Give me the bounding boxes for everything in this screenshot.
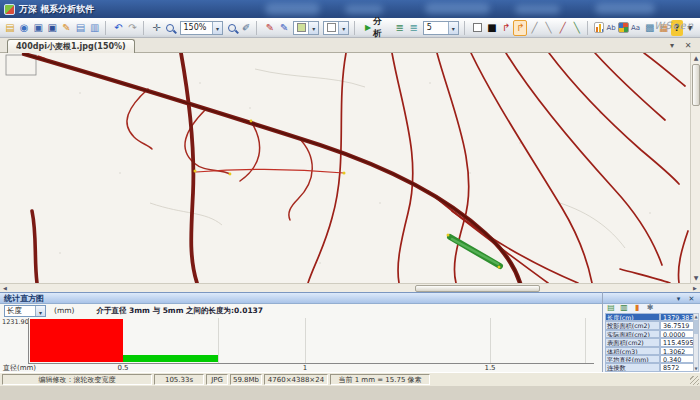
settings-gear-icon[interactable]: ✱	[645, 303, 655, 312]
titlebar-blur-artifact	[425, 3, 490, 14]
undo-icon[interactable]: ↶	[111, 20, 125, 36]
horizontal-scroll-thumb[interactable]	[415, 285, 540, 292]
toolbar-separator	[256, 21, 261, 35]
analyze-button[interactable]: ▶分析	[362, 20, 392, 36]
stats-row[interactable]: 长度(cm)1379.383	[605, 313, 694, 321]
status-segment: 4760×4388×24	[264, 374, 328, 385]
pen-tool-icon-1[interactable]: ╱	[527, 20, 541, 36]
stats-row-value: 115.4595	[660, 338, 694, 346]
stats-row-label: 体积(cm3)	[605, 347, 660, 355]
vertical-scroll-thumb[interactable]	[692, 64, 700, 106]
stats-row[interactable]: 连接数8572	[605, 363, 694, 371]
acquire-image-icon[interactable]: ◉	[17, 20, 31, 36]
stats-row-value: 1379.383	[660, 313, 694, 321]
brand-logo: WSeen	[654, 20, 694, 31]
save-icon[interactable]: ▣	[31, 20, 45, 36]
save-all-icon[interactable]: ▣	[45, 20, 59, 36]
stats-table: 长度(cm)1379.383投影面积(cm2)36.7519实际面积(cm2)0…	[605, 313, 694, 372]
resize-grip[interactable]	[690, 376, 699, 385]
combo-dropdown-icon[interactable]: ▾	[448, 22, 458, 34]
text-aa-icon[interactable]: Aa	[629, 20, 643, 36]
pan-hand-icon[interactable]: ✛	[149, 20, 163, 36]
zoom-tool-icon-glyph	[166, 24, 174, 32]
play-icon: ▶	[365, 23, 371, 32]
route-arrow-orange-icon[interactable]: ↱	[513, 20, 527, 36]
zoom-window-icon[interactable]	[225, 20, 239, 36]
window-title: 万深 根系分析软件	[19, 3, 94, 16]
color-swatch	[297, 23, 306, 32]
histogram-controls: 长度 ▾ (mm) 介于直径 3mm 与 5mm 之间的长度为:0.0137	[0, 304, 602, 317]
stats-row-label: 连接数	[605, 363, 660, 371]
pen-tool-icon-4[interactable]: ╲	[570, 20, 584, 36]
histogram-area: 长度 ▾ (mm) 介于直径 3mm 与 5mm 之间的长度为:0.0137 1…	[0, 304, 602, 372]
status-segment: 当前 1 mm = 15.75 像素	[330, 374, 430, 385]
stats-toolbar: ▤▥▮✱	[606, 303, 655, 312]
histogram-mode-value: 长度	[5, 306, 35, 316]
mark-checkbox[interactable]	[473, 23, 482, 32]
count-combo-value: 5	[427, 23, 448, 32]
fill-color-combo[interactable]: ▾	[293, 21, 319, 35]
stats-scroll-down-icon[interactable]: ▼	[694, 366, 698, 371]
histogram-mode-combo[interactable]: 长度 ▾	[4, 305, 46, 317]
stats-panel: ▤▥▮✱ 长度(cm)1379.383投影面积(cm2)36.7519实际面积(…	[603, 304, 700, 372]
cjk-tool-icon-1[interactable]: ≣	[393, 20, 407, 36]
route-arrow-red-icon[interactable]: ↱	[499, 20, 513, 36]
titlebar-blur-artifact	[515, 5, 560, 14]
scroll-up-icon[interactable]: ▲	[691, 53, 700, 63]
zoom-tool-icon[interactable]	[163, 20, 177, 36]
pen-tool-icon-3[interactable]: ╱	[556, 20, 570, 36]
bar-chart-icon[interactable]	[594, 22, 604, 33]
close-panel-icon[interactable]: ✕	[686, 294, 697, 304]
combo-dropdown-icon[interactable]: ▾	[212, 22, 222, 34]
pin-panel-icon[interactable]: ▾	[673, 294, 684, 304]
combo-dropdown-icon[interactable]: ▾	[338, 22, 348, 34]
histogram-panel-header[interactable]: 统计直方图 ▾ ✕	[0, 292, 700, 304]
image-viewport[interactable]: ▲ ▼	[0, 53, 700, 283]
stats-scrollbar[interactable]: ▲ ▼	[693, 313, 699, 372]
vertical-scrollbar[interactable]: ▲ ▼	[690, 53, 700, 283]
mark-red-pen-icon[interactable]: ✎	[263, 20, 277, 36]
stats-scroll-up-icon[interactable]: ▲	[694, 314, 698, 319]
open-folder-icon[interactable]: ▤	[3, 20, 17, 36]
edit-pencil-icon[interactable]: ✎	[59, 20, 73, 36]
histogram-bar	[123, 355, 218, 362]
redo-icon[interactable]: ↷	[126, 20, 140, 36]
cjk-tool-icon-2[interactable]: ≣	[407, 20, 421, 36]
stats-row[interactable]: 表面积(cm2)115.4595	[605, 338, 694, 346]
tab-active-image[interactable]: 400dpi小麦根1.jpg(150%)	[7, 39, 135, 53]
pen-tool-icon-2[interactable]: ╲	[542, 20, 556, 36]
combo-dropdown-icon[interactable]: ▾	[35, 306, 45, 316]
shape-style-combo[interactable]: ▾	[323, 21, 349, 35]
stats-row-value: 36.7519	[660, 321, 694, 329]
tab-list-dropdown-icon[interactable]: ▾	[666, 40, 678, 51]
stats-row-value: 0.340	[660, 355, 694, 363]
report-doc-icon[interactable]: ▥	[88, 20, 102, 36]
combo-dropdown-icon[interactable]: ▾	[308, 22, 318, 34]
title-bar[interactable]: 万深 根系分析软件	[0, 0, 700, 18]
stats-row[interactable]: 投影面积(cm2)36.7519	[605, 321, 694, 329]
copy-icon[interactable]: ▤	[73, 20, 87, 36]
stats-chart-icon[interactable]: ▮	[632, 303, 642, 312]
app-window: 万深 根系分析软件 ▤◉▣▣✎▤▥↶↷✛150%▾✐✎✎▾▾▶分析≣≣5▾■↱↱…	[0, 0, 700, 400]
stats-scroll-thumb[interactable]	[694, 320, 698, 334]
stats-row[interactable]: 体积(cm3)1.3062	[605, 347, 694, 355]
export-excel-icon[interactable]: ▥	[619, 303, 629, 312]
sort-ab-icon[interactable]: Ab	[604, 20, 618, 36]
count-combo[interactable]: 5▾	[423, 21, 459, 35]
zoom-level-combo[interactable]: 150%▾	[180, 21, 224, 35]
horizontal-scrollbar[interactable]: ◀ ▶	[0, 283, 700, 292]
mark-blue-pen-icon[interactable]: ✎	[277, 20, 291, 36]
close-tab-icon[interactable]: ✕	[682, 40, 694, 51]
annotate-pen-icon[interactable]: ✐	[239, 20, 253, 36]
export-report-icon[interactable]: ▤	[606, 303, 616, 312]
toolbar-separator	[464, 21, 469, 35]
scroll-down-icon[interactable]: ▼	[691, 273, 700, 283]
stats-row-label: 投影面积(cm2)	[605, 321, 660, 329]
stats-row[interactable]: 平均直径(mm)0.340	[605, 355, 694, 363]
titlebar-blur-artifact	[595, 3, 655, 14]
stats-row[interactable]: 实际面积(cm2)0.0000	[605, 330, 694, 338]
app-icon	[4, 4, 15, 15]
stats-row-label: 长度(cm)	[605, 313, 660, 321]
black-color-swatch[interactable]: ■	[485, 20, 499, 36]
color-grid-icon[interactable]	[618, 22, 628, 33]
